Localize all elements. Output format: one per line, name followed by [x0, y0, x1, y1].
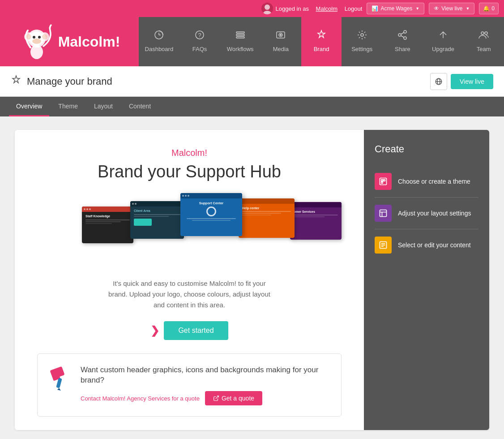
share-icon [397, 30, 408, 43]
eye-icon: 👁 [434, 5, 439, 12]
nav-items: Dashboard ? FAQs Workflows [139, 17, 504, 66]
nav-item-settings[interactable]: Settings [342, 17, 382, 66]
create-item-layout[interactable]: Adjust your layout settings [375, 198, 478, 229]
bell-icon: 🔔 [483, 5, 490, 12]
avatar [261, 3, 273, 14]
svg-point-8 [38, 36, 41, 39]
subnav-item-content[interactable]: Content [122, 97, 158, 116]
content-create-icon [375, 237, 392, 254]
svg-point-30 [485, 32, 487, 34]
dashboard-icon [154, 30, 164, 43]
brand-subtitle: Malcolm! [171, 148, 207, 158]
content-card: Malcolm! Brand your Support Hub Staff Kn… [15, 130, 489, 430]
sub-nav: Overview Theme Layout Content [0, 97, 504, 116]
theme-create-icon [375, 173, 392, 190]
nav-item-dashboard[interactable]: Dashboard [139, 17, 179, 66]
notif-count: 0 [491, 5, 495, 12]
svg-point-23 [361, 34, 363, 36]
agency-link[interactable]: Contact Malcolm! Agency Services for a q… [81, 395, 200, 402]
workspace-label: Acme Wages [380, 5, 412, 12]
svg-line-38 [216, 396, 218, 399]
content-create-label: Select or edit your content [398, 241, 471, 249]
mockup-2: Client Area [130, 201, 184, 239]
mockup-4: Help center [239, 198, 295, 238]
theme-create-label: Choose or create a theme [398, 178, 470, 185]
username-link[interactable]: Malcolm [316, 5, 337, 12]
nav-label-share: Share [395, 46, 410, 52]
nav-label-settings: Settings [351, 46, 372, 52]
svg-rect-19 [236, 37, 244, 38]
nav-item-brand[interactable]: Brand [301, 17, 342, 66]
svg-point-6 [32, 39, 41, 44]
browser-mockups: Staff Knowledge Client Area [82, 193, 297, 265]
custom-title: Want custom header graphics, icons and b… [81, 365, 332, 386]
brand-page-icon [11, 75, 21, 88]
upgrade-icon [438, 30, 448, 43]
nav-item-share[interactable]: Share [382, 17, 423, 66]
left-panel: Malcolm! Brand your Support Hub Staff Kn… [15, 130, 364, 430]
create-item-content[interactable]: Select or edit your content [375, 229, 478, 261]
view-live-icon-button[interactable] [430, 73, 447, 90]
media-icon [275, 30, 286, 43]
chevron-down-icon: ▼ [415, 6, 419, 11]
nav-item-faqs[interactable]: ? FAQs [179, 17, 220, 66]
external-link-icon [213, 395, 219, 401]
logout-button[interactable]: Logout [345, 5, 363, 12]
svg-marker-37 [57, 388, 61, 391]
subnav-item-theme[interactable]: Theme [51, 97, 85, 116]
create-item-theme[interactable]: Choose or create a theme [375, 166, 478, 198]
svg-point-26 [404, 37, 406, 39]
custom-section: Want custom header graphics, icons and b… [37, 353, 342, 417]
svg-point-1 [263, 11, 271, 14]
subnav-item-layout[interactable]: Layout [87, 97, 120, 116]
nav-logo: Malcolm! [0, 17, 139, 66]
chevron-down-icon: ▼ [466, 6, 470, 11]
svg-rect-43 [380, 210, 387, 217]
nav-item-upgrade[interactable]: Upgrade [423, 17, 464, 66]
get-quote-button[interactable]: Get a quote [205, 391, 262, 405]
svg-point-10 [26, 34, 31, 39]
workflows-icon [235, 30, 246, 43]
mockup-5: omer Services [290, 202, 342, 240]
team-icon [478, 30, 489, 43]
svg-rect-17 [236, 32, 244, 33]
right-panel: Create Choose or create a theme [364, 130, 489, 430]
nav-item-media[interactable]: Media [261, 17, 301, 66]
brand-icon [316, 30, 327, 43]
view-live-topbar-button[interactable]: 👁 View live ▼ [429, 3, 474, 14]
svg-point-25 [398, 34, 401, 36]
nav-item-team[interactable]: Team [463, 17, 504, 66]
nav-label-workflows: Workflows [227, 46, 254, 52]
nav-label-dashboard: Dashboard [145, 46, 174, 52]
logo-text[interactable]: Malcolm! [58, 34, 120, 50]
svg-point-0 [265, 4, 270, 10]
svg-point-29 [481, 32, 484, 34]
workspace-icon: 📊 [372, 5, 378, 12]
svg-point-22 [280, 34, 282, 36]
nav-label-team: Team [477, 46, 491, 52]
faqs-icon: ? [194, 30, 205, 43]
svg-rect-18 [236, 34, 244, 36]
svg-point-7 [33, 36, 35, 39]
brand-description: It's quick and easy to customise Malcolm… [104, 278, 274, 310]
svg-line-27 [401, 36, 404, 38]
mockup-3: Support Center [180, 193, 242, 236]
view-live-button[interactable]: View live [451, 74, 493, 89]
svg-rect-42 [381, 182, 383, 183]
subnav-item-overview[interactable]: Overview [9, 97, 49, 116]
custom-content: Want custom header graphics, icons and b… [81, 365, 332, 406]
arrow-icon: ❯ [150, 324, 159, 337]
custom-actions: Contact Malcolm! Agency Services for a q… [81, 391, 332, 405]
get-started-button[interactable]: Get started [164, 321, 228, 340]
main-content: Malcolm! Brand your Support Hub Staff Kn… [0, 116, 504, 439]
svg-point-11 [42, 34, 47, 39]
notifications-button[interactable]: 🔔 0 [479, 3, 499, 14]
svg-rect-40 [381, 180, 383, 181]
workspace-button[interactable]: 📊 Acme Wages ▼ [367, 3, 424, 14]
logo: Malcolm! [19, 22, 120, 62]
paint-icon [47, 365, 73, 392]
nav-label-brand: Brand [314, 46, 329, 52]
nav-item-workflows[interactable]: Workflows [220, 17, 261, 66]
top-bar: Logged in as Malcolm Logout 📊 Acme Wages… [0, 0, 504, 17]
nav-label-upgrade: Upgrade [432, 46, 454, 52]
